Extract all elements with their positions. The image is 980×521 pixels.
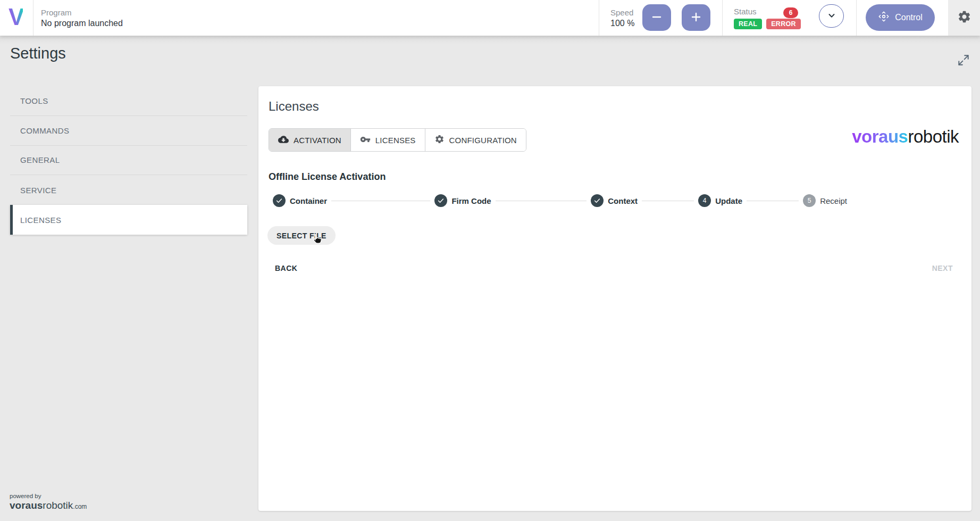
speed-value: 100 % — [610, 19, 634, 28]
control-button-label: Control — [895, 13, 923, 22]
sidebar-item-general[interactable]: GENERAL — [10, 146, 247, 176]
speed-decrease-button[interactable] — [642, 4, 671, 31]
card-title: Licenses — [269, 99, 319, 114]
step-label: Receipt — [820, 196, 847, 205]
brand-bold: voraus — [852, 127, 908, 146]
program-label: Program — [41, 8, 123, 17]
step-check-icon — [591, 194, 604, 207]
status-expand-button[interactable] — [819, 4, 844, 28]
sidebar-item-label: TOOLS — [20, 96, 48, 105]
divider — [599, 0, 599, 36]
minus-icon — [650, 10, 664, 26]
footer-brand: vorausrobotik.com — [10, 500, 87, 511]
sidebar-item-label: LICENSES — [20, 216, 61, 225]
sidebar-item-tools[interactable]: TOOLS — [10, 86, 247, 116]
status-badge-error: ERROR — [766, 19, 801, 29]
step-context: Context — [591, 194, 638, 207]
tab-label: LICENSES — [375, 136, 416, 145]
key-icon — [360, 134, 371, 146]
step-firm-code: Firm Code — [434, 194, 491, 207]
sidebar-item-label: GENERAL — [20, 155, 60, 164]
step-number: 5 — [803, 194, 816, 207]
step-connector — [642, 201, 694, 201]
divider — [33, 0, 33, 36]
step-container: Container — [273, 194, 327, 207]
status-badge-real: REAL — [734, 19, 762, 29]
app-logo[interactable]: V — [9, 3, 23, 31]
step-label: Container — [290, 196, 327, 205]
sidebar-item-service[interactable]: SERVICE — [10, 175, 247, 205]
top-bar: V Program No program launched Speed 100 … — [0, 0, 980, 36]
step-connector — [331, 201, 430, 201]
fullscreen-toggle-button[interactable] — [956, 53, 971, 69]
footer-brand-regular: robotik — [43, 500, 73, 511]
error-count-badge: 6 — [783, 7, 798, 18]
plus-icon — [689, 10, 703, 26]
control-move-icon — [878, 11, 890, 24]
settings-sidebar: TOOLS COMMANDS GENERAL SERVICE LICENSES — [10, 86, 247, 235]
activation-stepper: Container Firm Code Context — [273, 194, 847, 208]
sidebar-item-label: COMMANDS — [20, 126, 69, 135]
speed-display: Speed 100 % — [610, 0, 634, 36]
speed-increase-button[interactable] — [682, 4, 710, 31]
gear-icon — [434, 134, 445, 146]
app-screen: V Program No program launched Speed 100 … — [0, 0, 980, 521]
step-update: 4 Update — [698, 194, 742, 207]
sidebar-item-label: SERVICE — [20, 186, 56, 195]
license-tabs: ACTIVATION LICENSES CONFIGURATION — [269, 128, 526, 152]
gear-icon — [957, 10, 971, 26]
step-check-icon — [273, 194, 286, 207]
brand-regular: robotik — [908, 127, 959, 146]
step-label: Firm Code — [451, 196, 491, 205]
tab-licenses[interactable]: LICENSES — [350, 129, 425, 151]
status-badges: REAL ERROR — [734, 19, 801, 29]
section-title: Offline License Activation — [269, 171, 386, 183]
select-file-button[interactable]: SELECT FILE — [267, 226, 336, 245]
expand-icon — [957, 61, 970, 69]
program-status: Program No program launched — [41, 0, 123, 36]
tab-activation[interactable]: ACTIVATION — [269, 129, 350, 151]
footer-brand-bold: voraus — [10, 500, 43, 511]
step-connector — [747, 201, 799, 201]
page-title: Settings — [10, 45, 66, 62]
footer-brand-suffix: .com — [73, 503, 87, 510]
settings-page: Settings TOOLS COMMANDS GENERAL SERVICE — [0, 36, 980, 521]
powered-by-footer: powered by vorausrobotik.com — [10, 493, 87, 511]
step-connector — [496, 201, 587, 201]
divider — [856, 0, 857, 36]
powered-by-label: powered by — [10, 493, 87, 499]
control-button[interactable]: Control — [866, 4, 935, 31]
program-value: No program launched — [41, 19, 123, 28]
next-button[interactable]: NEXT — [926, 259, 959, 278]
back-button[interactable]: BACK — [269, 259, 304, 278]
cloud-download-icon — [278, 134, 289, 146]
tab-label: CONFIGURATION — [449, 136, 517, 145]
step-receipt: 5 Receipt — [803, 194, 847, 207]
sidebar-item-licenses[interactable]: LICENSES — [10, 205, 247, 235]
divider — [722, 0, 723, 36]
step-number: 4 — [698, 194, 711, 207]
chevron-down-icon — [825, 9, 838, 23]
licenses-card: Licenses vorausrobotik ACTIVATION LICENS… — [258, 86, 971, 511]
voraus-robotik-logo: vorausrobotik — [852, 127, 959, 147]
step-check-icon — [434, 194, 447, 207]
tab-label: ACTIVATION — [294, 136, 341, 145]
step-label: Context — [608, 196, 638, 205]
settings-gear-button[interactable] — [948, 0, 980, 36]
sidebar-item-commands[interactable]: COMMANDS — [10, 116, 247, 146]
step-label: Update — [715, 196, 742, 205]
tab-configuration[interactable]: CONFIGURATION — [425, 129, 526, 151]
speed-label: Speed — [610, 8, 634, 17]
